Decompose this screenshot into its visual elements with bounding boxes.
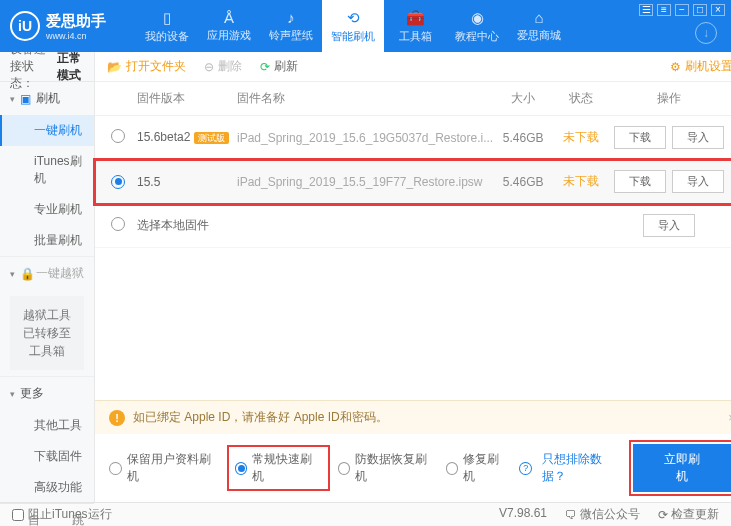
nav-toolbox[interactable]: 🧰工具箱 bbox=[384, 0, 446, 52]
download-button[interactable]: 下载 bbox=[614, 170, 666, 193]
chevron-down-icon: ▾ bbox=[10, 269, 20, 279]
radio[interactable] bbox=[235, 462, 248, 475]
chevron-down-icon: ▾ bbox=[10, 389, 20, 399]
mode-keep-data[interactable]: 保留用户资料刷机 bbox=[109, 451, 219, 485]
check-update-button[interactable]: ⟳检查更新 bbox=[658, 506, 719, 523]
download-indicator-icon[interactable]: ↓ bbox=[695, 22, 717, 44]
nav-flash[interactable]: ⟲智能刷机 bbox=[322, 0, 384, 52]
update-icon: ⟳ bbox=[658, 508, 668, 522]
header-label: 一键越狱 bbox=[36, 265, 84, 282]
col-version: 固件版本 bbox=[137, 90, 237, 107]
sidebar: 设备连接状态：正常模式 ▾▣刷机 一键刷机 iTunes刷机 专业刷机 批量刷机… bbox=[0, 52, 95, 502]
mode-normal[interactable]: 常规快速刷机 bbox=[229, 447, 328, 489]
sidebar-item-itunes[interactable]: iTunes刷机 bbox=[0, 146, 94, 194]
row-radio[interactable] bbox=[111, 175, 125, 189]
nav-store[interactable]: ⌂爱思商城 bbox=[508, 0, 570, 52]
nav-apps[interactable]: Å应用游戏 bbox=[198, 0, 260, 52]
app-version: V7.98.61 bbox=[499, 506, 547, 523]
connection-status: 设备连接状态：正常模式 bbox=[0, 52, 94, 82]
toolbar: 📂打开文件夹 ⊖删除 ⟳刷新 ⚙刷机设置 bbox=[95, 52, 731, 82]
header-label: 刷机 bbox=[36, 90, 60, 107]
conn-value: 正常模式 bbox=[57, 50, 84, 84]
sidebar-item-pro[interactable]: 专业刷机 bbox=[0, 194, 94, 225]
import-button[interactable]: 导入 bbox=[643, 214, 695, 237]
chevron-down-icon: ▾ bbox=[10, 94, 20, 104]
firmware-row[interactable]: 15.5 iPad_Spring_2019_15.5_19F77_Restore… bbox=[95, 160, 731, 204]
exclude-data-link[interactable]: 只想排除数据？ bbox=[542, 451, 623, 485]
sidebar-item-batch[interactable]: 批量刷机 bbox=[0, 225, 94, 256]
size: 5.46GB bbox=[493, 131, 553, 145]
resize-icon[interactable]: ≡ bbox=[657, 4, 671, 16]
col-status: 状态 bbox=[553, 90, 609, 107]
nav-label: 工具箱 bbox=[399, 29, 432, 44]
delete-button[interactable]: ⊖删除 bbox=[204, 58, 242, 75]
refresh-button[interactable]: ⟳刷新 bbox=[260, 58, 298, 75]
warning-icon: ! bbox=[109, 410, 125, 426]
toolbox-icon: 🧰 bbox=[406, 9, 425, 27]
refresh-icon: ⟲ bbox=[347, 9, 360, 27]
label: 刷新 bbox=[274, 58, 298, 75]
import-button[interactable]: 导入 bbox=[672, 170, 724, 193]
flash-options: 保留用户资料刷机 常规快速刷机 防数据恢复刷机 修复刷机 ? 只想排除数据？ 立… bbox=[95, 434, 731, 502]
block-itunes-label: 阻止iTunes运行 bbox=[28, 506, 112, 523]
block-itunes-checkbox[interactable] bbox=[12, 509, 24, 521]
label: 打开文件夹 bbox=[126, 58, 186, 75]
row-radio[interactable] bbox=[111, 129, 125, 143]
maximize-button[interactable]: □ bbox=[693, 4, 707, 16]
nav-label: 铃声壁纸 bbox=[269, 28, 313, 43]
help-icon: ◉ bbox=[471, 9, 484, 27]
label: 修复刷机 bbox=[463, 451, 509, 485]
version-text: 15.5 bbox=[137, 175, 160, 189]
sidebar-item-other[interactable]: 其他工具 bbox=[0, 410, 94, 441]
delete-icon: ⊖ bbox=[204, 60, 214, 74]
main-nav: ▯我的设备 Å应用游戏 ♪铃声壁纸 ⟲智能刷机 🧰工具箱 ◉教程中心 ⌂爱思商城 bbox=[136, 0, 570, 52]
download-button[interactable]: 下载 bbox=[614, 126, 666, 149]
radio[interactable] bbox=[109, 462, 122, 475]
beta-badge: 测试版 bbox=[194, 132, 229, 144]
flash-settings-button[interactable]: ⚙刷机设置 bbox=[670, 58, 731, 75]
flash-now-button[interactable]: 立即刷机 bbox=[633, 444, 731, 492]
flash-icon: ▣ bbox=[20, 92, 36, 106]
app-icon: Å bbox=[224, 9, 234, 26]
firmware-row[interactable]: 15.6beta2测试版 iPad_Spring_2019_15.6_19G50… bbox=[95, 116, 731, 160]
status: 未下载 bbox=[553, 129, 609, 146]
sidebar-more-header[interactable]: ▾更多 bbox=[0, 377, 94, 410]
sidebar-flash-header[interactable]: ▾▣刷机 bbox=[0, 82, 94, 115]
help-icon[interactable]: ? bbox=[519, 462, 532, 475]
open-folder-button[interactable]: 📂打开文件夹 bbox=[107, 58, 186, 75]
sidebar-jailbreak-header[interactable]: ▾🔒一键越狱 bbox=[0, 257, 94, 290]
menu-icon[interactable]: ☰ bbox=[639, 4, 653, 16]
label: 刷机设置 bbox=[685, 58, 731, 75]
nav-label: 应用游戏 bbox=[207, 28, 251, 43]
titlebar: iU 爱思助手 www.i4.cn ▯我的设备 Å应用游戏 ♪铃声壁纸 ⟲智能刷… bbox=[0, 0, 731, 52]
wechat-button[interactable]: 🗨微信公众号 bbox=[565, 506, 640, 523]
nav-label: 智能刷机 bbox=[331, 29, 375, 44]
local-firmware-row[interactable]: 选择本地固件 导入 bbox=[95, 204, 731, 248]
nav-my-device[interactable]: ▯我的设备 bbox=[136, 0, 198, 52]
minimize-button[interactable]: − bbox=[675, 4, 689, 16]
mode-anti-recovery[interactable]: 防数据恢复刷机 bbox=[338, 451, 436, 485]
status: 未下载 bbox=[553, 173, 609, 190]
radio[interactable] bbox=[338, 462, 351, 475]
label: 保留用户资料刷机 bbox=[127, 451, 219, 485]
sidebar-item-onekey[interactable]: 一键刷机 bbox=[0, 115, 94, 146]
import-button[interactable]: 导入 bbox=[672, 126, 724, 149]
label: 检查更新 bbox=[671, 506, 719, 523]
close-button[interactable]: × bbox=[711, 4, 725, 16]
content: 📂打开文件夹 ⊖删除 ⟳刷新 ⚙刷机设置 固件版本 固件名称 大小 状态 操作 … bbox=[95, 52, 731, 502]
app-title: 爱思助手 bbox=[46, 12, 106, 31]
mode-repair[interactable]: 修复刷机 bbox=[446, 451, 510, 485]
nav-ringtones[interactable]: ♪铃声壁纸 bbox=[260, 0, 322, 52]
sidebar-item-download[interactable]: 下载固件 bbox=[0, 441, 94, 472]
filename: iPad_Spring_2019_15.5_19F77_Restore.ipsw bbox=[237, 175, 493, 189]
warning-bar: ! 如已绑定 Apple ID，请准备好 Apple ID和密码。 × bbox=[95, 400, 731, 434]
row-radio[interactable] bbox=[111, 217, 125, 231]
size: 5.46GB bbox=[493, 175, 553, 189]
sidebar-item-advanced[interactable]: 高级功能 bbox=[0, 472, 94, 503]
jailbreak-notice: 越狱工具已转移至 工具箱 bbox=[10, 296, 84, 370]
label: 常规快速刷机 bbox=[252, 451, 321, 485]
radio[interactable] bbox=[446, 462, 459, 475]
app-logo: iU 爱思助手 www.i4.cn bbox=[10, 11, 106, 41]
nav-tutorials[interactable]: ◉教程中心 bbox=[446, 0, 508, 52]
filename: iPad_Spring_2019_15.6_19G5037d_Restore.i… bbox=[237, 131, 493, 145]
